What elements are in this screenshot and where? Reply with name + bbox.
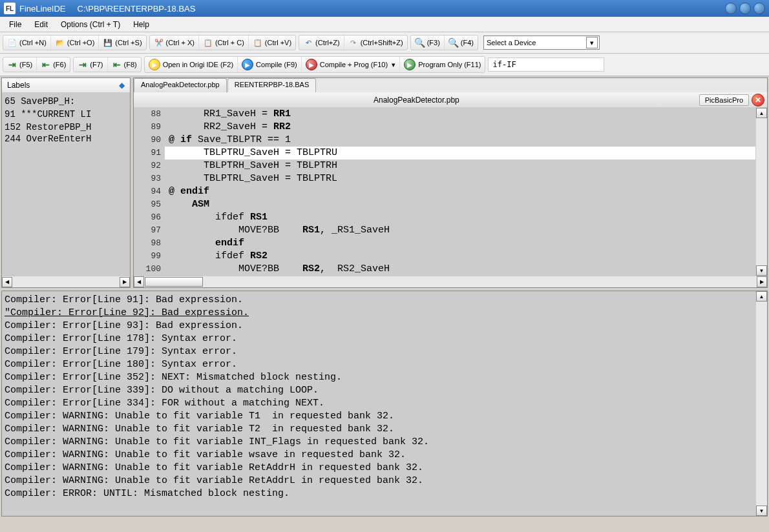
indent-left-icon: ⇤ (112, 59, 122, 70)
close-window-button[interactable] (753, 3, 765, 14)
copy-icon: 📋 (203, 37, 213, 48)
editor-tabs: AnalogPeakDetector.pbpREENTERPBP-18.BAS (134, 78, 767, 92)
play-red-icon: ▶ (306, 59, 317, 70)
search-next-icon: 🔍 (448, 37, 459, 48)
editor-vscroll[interactable]: ▲ ▼ (755, 108, 767, 276)
scroll-down-icon[interactable]: ▼ (756, 265, 767, 276)
tab[interactable]: AnalogPeakDetector.pbp (134, 78, 227, 92)
titlebar-text: FineLineIDE C:\PBP\REENTERPBP-18.BAS (19, 4, 722, 14)
paste-icon: 📋 (253, 37, 263, 48)
scroll-up-icon[interactable]: ▲ (756, 291, 767, 302)
scroll-left-icon[interactable]: ◀ (2, 277, 12, 287)
indent-f5-button[interactable]: ⇥(F5) (3, 57, 37, 72)
output-line[interactable]: Compiler: Error[Line 91]: Bad expression… (5, 294, 753, 307)
scroll-down-icon[interactable]: ▼ (756, 506, 767, 516)
output-line[interactable]: Compiler: Error[Line 352]: NEXT: Mismatc… (5, 371, 753, 384)
dropdown-arrow-icon: ▾ (586, 37, 598, 48)
indent-f6-button[interactable]: ⇤(F6) (37, 57, 70, 72)
compile-button[interactable]: ▶Compile (F9) (238, 57, 302, 72)
menu-edit[interactable]: Edit (28, 18, 54, 31)
scroll-right-icon[interactable]: ▶ (757, 276, 767, 287)
open-folder-icon: 📂 (55, 37, 65, 48)
scroll-thumb[interactable] (145, 277, 203, 287)
app-icon: FL (4, 3, 16, 14)
copy-button[interactable]: 📋(Ctrl + C) (199, 36, 249, 50)
diamond-icon: ◆ (119, 81, 125, 90)
indent-f8-button[interactable]: ⇤(F8) (108, 57, 141, 72)
find-button[interactable]: 🔍(F3) (411, 36, 445, 50)
find-next-button[interactable]: 🔍(F4) (445, 36, 478, 50)
output-line[interactable]: Compiler: Error[Line 339]: DO without a … (5, 384, 753, 397)
indent-left-icon: ⇤ (41, 59, 51, 70)
compile-prog-button[interactable]: ▶Compile + Prog (F10) ▾ (302, 57, 401, 72)
output-line[interactable]: Compiler: Error[Line 178]: Syntax error. (5, 332, 753, 345)
maximize-button[interactable] (739, 3, 751, 14)
scroll-right-icon[interactable]: ▶ (120, 277, 130, 287)
output-line[interactable]: Compiler: WARNING: Unable to fit variabl… (5, 462, 753, 475)
output-text[interactable]: Compiler: Error[Line 91]: Bad expression… (2, 291, 755, 516)
output-line[interactable]: Compiler: WARNING: Unable to fit variabl… (5, 423, 753, 436)
editor-header: AnalogPeakDetector.pbp PicBasicPro ✕ (134, 92, 767, 108)
menubar: File Edit Options (Ctrl + T) Help (0, 17, 769, 32)
label-item[interactable]: 244 OverReEnterH (3, 133, 129, 145)
dropdown-caret-icon: ▾ (392, 61, 395, 69)
toolbar-row-2: ⇥(F5) ⇤(F6) ⇥(F7) ⇤(F8) ▶Open in Origi I… (0, 54, 769, 76)
output-line[interactable]: "Compiler: Error[Line 92]: Bad expressio… (5, 307, 753, 320)
open-button[interactable]: 📂(Ctrl +O) (51, 36, 99, 50)
save-button[interactable]: 💾(Ctrl +S) (99, 36, 145, 50)
scroll-left-icon[interactable]: ◀ (134, 276, 144, 287)
labels-hscroll[interactable]: ◀ ▶ (2, 276, 130, 287)
menu-help[interactable]: Help (127, 18, 156, 31)
labels-title: Labels (7, 81, 30, 90)
device-select[interactable]: Select a Device ▾ (483, 36, 600, 50)
device-select-text: Select a Device (487, 39, 536, 46)
output-line[interactable]: Compiler: ERROR: UNTIL: Mismatched block… (5, 487, 753, 500)
if-text-box[interactable]: if-IF (488, 57, 604, 72)
redo-button[interactable]: ↷(Ctrl+Shift+Z) (344, 36, 407, 50)
output-line[interactable]: Compiler: WARNING: Unable to fit variabl… (5, 449, 753, 462)
new-file-icon: 📄 (7, 37, 17, 48)
code-content[interactable]: RR1_SaveH = RR1 RR2_SaveH = RR2@ if Save… (165, 108, 755, 276)
menu-options[interactable]: Options (Ctrl + T) (54, 18, 127, 31)
output-line[interactable]: Compiler: Error[Line 93]: Bad expression… (5, 320, 753, 332)
program-only-button[interactable]: ▶Program Only (F11) (400, 57, 485, 72)
labels-list[interactable]: 65 SavePBP_H:91 ***CURRENT LI152 Restore… (2, 93, 130, 276)
labels-panel: Labels ◆ 65 SavePBP_H:91 ***CURRENT LI15… (1, 77, 131, 288)
cut-button[interactable]: ✂️(Ctrl + X) (150, 36, 199, 50)
labels-header[interactable]: Labels ◆ (2, 78, 130, 93)
label-item[interactable]: 91 ***CURRENT LI (3, 108, 129, 120)
play-yellow-icon: ▶ (149, 59, 160, 70)
redo-icon: ↷ (348, 37, 359, 48)
paste-button[interactable]: 📋(Ctrl +V) (249, 36, 295, 50)
editor-area: AnalogPeakDetector.pbpREENTERPBP-18.BAS … (133, 77, 768, 288)
open-origi-button[interactable]: ▶Open in Origi IDE (F2) (145, 57, 238, 72)
label-item[interactable]: 152 RestorePBP_H (3, 121, 129, 133)
editor-close-button[interactable]: ✕ (752, 94, 764, 107)
tab[interactable]: REENTERPBP-18.BAS (227, 78, 317, 92)
undo-button[interactable]: ↶(Ctrl+Z) (299, 36, 344, 50)
menu-file[interactable]: File (3, 18, 28, 31)
app-name: FineLineIDE (19, 4, 66, 14)
new-button[interactable]: 📄(Ctrl +N) (3, 36, 51, 50)
output-line[interactable]: Compiler: Error[Line 334]: FOR without a… (5, 397, 753, 410)
editor-title: AnalogPeakDetector.pbp (134, 96, 699, 105)
play-green-icon: ▶ (404, 59, 416, 70)
output-line[interactable]: Compiler: WARNING: Unable to fit variabl… (5, 410, 753, 423)
label-item[interactable]: 65 SavePBP_H: (3, 96, 129, 107)
editor-hscroll[interactable]: ◀ ▶ (134, 276, 767, 287)
output-line[interactable]: Compiler: WARNING: Unable to fit variabl… (5, 475, 753, 487)
scroll-up-icon[interactable]: ▲ (756, 108, 767, 118)
undo-icon: ↶ (303, 37, 313, 48)
output-line[interactable]: Compiler: Error[Line 179]: Syntax error. (5, 345, 753, 358)
file-path: C:\PBP\REENTERPBP-18.BAS (78, 4, 196, 14)
main-area: Labels ◆ 65 SavePBP_H:91 ***CURRENT LI15… (0, 76, 769, 289)
line-gutter: 888990919293949596979899100 (134, 108, 165, 276)
output-line[interactable]: Compiler: Error[Line 180]: Syntax error. (5, 358, 753, 371)
search-icon: 🔍 (415, 37, 425, 48)
output-line[interactable]: Compiler: WARNING: Unable to fit variabl… (5, 436, 753, 449)
output-vscroll[interactable]: ▲ ▼ (755, 291, 767, 516)
output-panel: Compiler: Error[Line 91]: Bad expression… (1, 291, 768, 517)
code-area[interactable]: 888990919293949596979899100 RR1_SaveH = … (134, 108, 767, 276)
indent-f7-button[interactable]: ⇥(F7) (74, 57, 107, 72)
minimize-button[interactable] (725, 3, 737, 14)
